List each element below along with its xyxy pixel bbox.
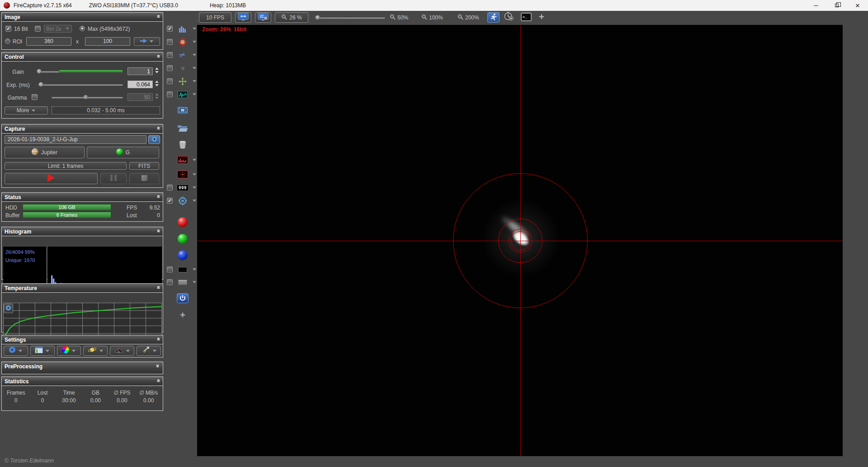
format-button[interactable]: FITS	[129, 162, 159, 170]
target-planet-icon[interactable]	[173, 38, 193, 47]
temperature-settings-button[interactable]	[4, 304, 13, 313]
collapse-icon[interactable]: »	[156, 125, 160, 132]
move-arrows-icon[interactable]	[173, 77, 193, 86]
chevron-down-icon[interactable]	[193, 67, 196, 69]
cut-tool-checkbox[interactable]	[167, 52, 173, 58]
exposure-slider-thumb[interactable]	[38, 82, 43, 87]
fullscreen-button[interactable]	[235, 12, 251, 23]
sphere-red-icon[interactable]	[173, 217, 193, 227]
restore-button[interactable]	[826, 0, 847, 11]
collapse-icon[interactable]: »	[156, 228, 160, 234]
counter-999-icon[interactable]: 999	[173, 185, 193, 191]
trash-icon[interactable]	[173, 140, 193, 149]
chevron-down-icon[interactable]	[193, 200, 196, 202]
chevron-down-icon[interactable]	[193, 28, 196, 30]
roi-width-input[interactable]: 360	[26, 37, 71, 46]
chevron-down-icon[interactable]	[19, 350, 22, 352]
display-settings-button[interactable]	[255, 12, 271, 23]
zoom-50-button[interactable]: 50%	[390, 14, 408, 21]
target-blue-icon[interactable]	[173, 196, 193, 205]
chevron-down-icon[interactable]	[153, 350, 156, 352]
chevron-down-icon[interactable]	[193, 159, 196, 161]
guide-tool-checkbox[interactable]	[167, 78, 173, 84]
dark-capture-checkbox[interactable]	[167, 267, 173, 272]
collapse-icon[interactable]: »	[156, 53, 160, 60]
gain-spinner[interactable]	[155, 67, 159, 73]
timer-capture-button[interactable]	[504, 12, 514, 22]
jupiter-symbol-icon[interactable]: ♃	[173, 65, 193, 72]
chevron-down-icon[interactable]	[72, 350, 75, 352]
exposure-value[interactable]: 0.064	[127, 81, 153, 88]
screen-hist-icon[interactable]	[173, 156, 193, 164]
layout-button[interactable]	[30, 346, 55, 356]
chevron-down-icon[interactable]	[193, 186, 196, 189]
chevron-down-icon[interactable]	[193, 54, 196, 56]
chevron-down-icon[interactable]	[126, 350, 130, 352]
hist-bars-icon[interactable]	[173, 25, 193, 33]
zoom-slider-thumb[interactable]	[315, 15, 320, 20]
chevron-down-icon[interactable]	[193, 80, 196, 82]
chevron-down-icon[interactable]	[193, 281, 196, 283]
exposure-spinner[interactable]	[155, 81, 159, 86]
gain-slider-thumb[interactable]	[37, 69, 42, 74]
roi-radio[interactable]	[5, 38, 10, 44]
exposure-slider-track[interactable]	[38, 84, 123, 86]
color-button[interactable]	[57, 346, 81, 356]
planet-button[interactable]	[83, 346, 108, 356]
chevron-down-icon[interactable]	[46, 350, 49, 352]
plus-icon[interactable]: +	[173, 310, 193, 319]
terminal-button[interactable]: >_	[521, 13, 532, 21]
fps-limit-button[interactable]: 10 FPS	[199, 12, 231, 23]
film-icon[interactable]	[173, 106, 193, 114]
app-settings-button[interactable]	[4, 346, 28, 356]
jupiter-tool-checkbox[interactable]	[167, 65, 173, 71]
more-button[interactable]: More	[5, 106, 48, 114]
exposure-range-button[interactable]: 0.032 - 5.00 ms	[52, 106, 160, 114]
folder-open-icon[interactable]	[173, 124, 193, 133]
zoom-100-button[interactable]: 100%	[421, 14, 443, 21]
minimize-button[interactable]	[806, 0, 826, 11]
align-tool-checkbox[interactable]	[167, 39, 173, 45]
collapse-icon[interactable]: »	[156, 14, 160, 20]
gain-value[interactable]: 1	[127, 67, 153, 75]
flat-capture-checkbox[interactable]	[167, 279, 173, 285]
turbo-mode-button[interactable]	[487, 12, 500, 23]
chevron-down-icon[interactable]	[193, 93, 196, 95]
filename-input[interactable]: 2026-01-19-0038_2-U-G-Jup	[5, 135, 146, 144]
start-capture-button[interactable]	[5, 173, 98, 184]
bit16-checkbox[interactable]: ✓	[5, 26, 11, 32]
zoom-200-button[interactable]: 200%	[458, 14, 479, 21]
sphere-blue-icon[interactable]	[173, 250, 193, 260]
zoom-button[interactable]: 26 %	[275, 12, 308, 23]
max-radio[interactable]	[80, 26, 85, 31]
swatch-gray-icon[interactable]	[173, 280, 193, 285]
sphere-green-icon[interactable]	[173, 234, 193, 244]
screen-planet-icon[interactable]	[173, 171, 193, 178]
collapse-icon[interactable]: »	[156, 194, 160, 200]
swatch-black-icon[interactable]	[173, 267, 193, 272]
filename-settings-button[interactable]	[148, 135, 160, 144]
power-icon[interactable]	[173, 293, 193, 303]
gauge-button[interactable]	[110, 346, 134, 356]
gamma-checkbox[interactable]	[32, 94, 38, 100]
collapse-icon[interactable]: »	[156, 336, 160, 343]
chevron-down-icon[interactable]	[193, 173, 196, 176]
object-button[interactable]: Jupiter	[5, 147, 85, 158]
roi-apply-button[interactable]	[134, 37, 160, 46]
bin-select[interactable]: Bin 2x	[44, 25, 72, 33]
filter-button[interactable]: G	[87, 147, 159, 158]
histogram-tool-checkbox[interactable]: ✓	[167, 26, 173, 32]
expand-icon[interactable]: »	[156, 363, 160, 369]
reticle-checkbox[interactable]: ✓	[167, 198, 173, 204]
zoom-slider-track[interactable]	[316, 17, 385, 19]
chevron-down-icon[interactable]	[99, 350, 103, 352]
roi-height-input[interactable]: 100	[85, 37, 130, 46]
limit-button[interactable]: Limit: 1 frames	[5, 162, 127, 170]
bin-checkbox[interactable]	[35, 26, 41, 32]
seeing-monitor-checkbox[interactable]	[167, 91, 173, 97]
misc-tools-button[interactable]	[137, 346, 161, 356]
waveform-icon[interactable]	[173, 91, 193, 98]
close-button[interactable]: ✕	[847, 0, 868, 11]
chevron-down-icon[interactable]	[193, 268, 196, 271]
collapse-icon[interactable]: »	[156, 285, 160, 291]
